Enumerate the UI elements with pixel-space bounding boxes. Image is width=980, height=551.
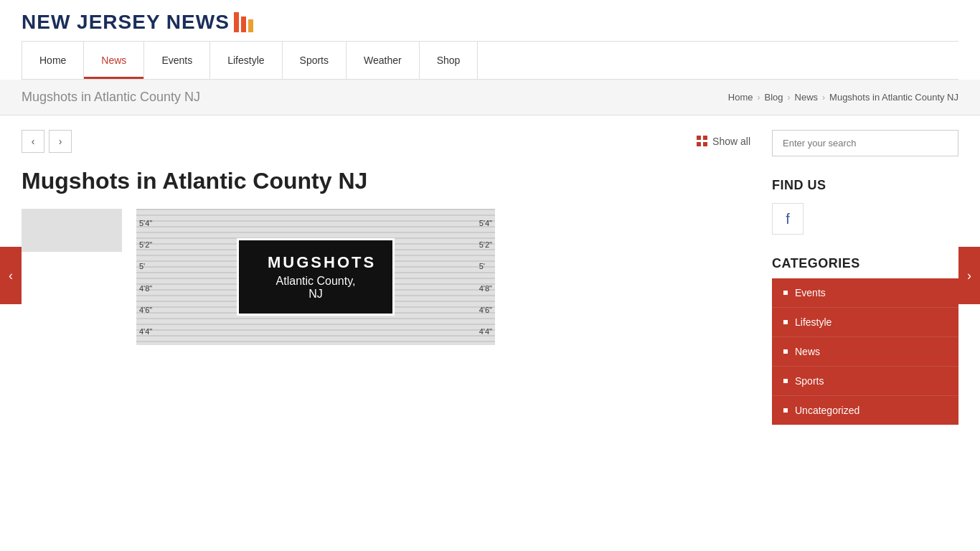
next-button[interactable]: › — [49, 130, 72, 153]
sidebar: FIND US f CATEGORIES Events Lifestyle Ne… — [772, 130, 958, 425]
mugshot-background: 5'4" 5'2" 5' 4'8" 4'6" 4'4" 5'4" 5'2" 5'… — [136, 209, 495, 345]
category-events[interactable]: Events — [772, 278, 958, 308]
site-logo[interactable]: NEW JERSEY NEWS — [22, 11, 958, 41]
nav-lifestyle[interactable]: Lifestyle — [210, 42, 282, 79]
breadcrumb-home[interactable]: Home — [728, 92, 753, 103]
nav-sports[interactable]: Sports — [283, 42, 347, 79]
bullet-icon — [783, 320, 788, 324]
logo-decoration — [234, 12, 253, 32]
breadcrumb-current: Mugshots in Atlantic County NJ — [829, 92, 958, 103]
mugshot-text-overlay: MUGSHOTS Atlantic County, NJ — [237, 238, 395, 316]
grid-icon — [697, 136, 708, 147]
bullet-icon — [783, 349, 788, 354]
bullet-icon — [783, 408, 788, 413]
category-sports[interactable]: Sports — [772, 367, 958, 396]
main-container: ‹ › Show all Mugshots in Atlantic County… — [0, 116, 980, 439]
prev-article-button[interactable]: ‹ — [0, 247, 22, 304]
breadcrumb-blog[interactable]: Blog — [765, 92, 783, 103]
logo-bar-3 — [248, 19, 253, 32]
category-label: Events — [795, 287, 826, 298]
page-title: Mugshots in Atlantic County NJ — [22, 90, 200, 105]
content-controls: ‹ › Show all — [22, 130, 750, 153]
nav-shop[interactable]: Shop — [420, 42, 479, 79]
category-label: Uncategorized — [795, 405, 859, 416]
mugshot-title: MUGSHOTS — [268, 253, 364, 272]
mugshot-image: 5'4" 5'2" 5' 4'8" 4'6" 4'4" 5'4" 5'2" 5'… — [136, 209, 495, 345]
height-labels-left: 5'4" 5'2" 5' 4'8" 4'6" 4'4" — [139, 209, 152, 345]
logo-bar-1 — [234, 12, 239, 32]
breadcrumb-sep-1: › — [758, 93, 760, 103]
article-content: ‹ › Show all Mugshots in Atlantic County… — [22, 130, 750, 425]
breadcrumb-sep-2: › — [788, 93, 791, 103]
height-labels-right: 5'4" 5'2" 5' 4'8" 4'6" 4'4" — [479, 209, 492, 345]
nav-news[interactable]: News — [84, 42, 144, 79]
breadcrumb: Home › Blog › News › Mugshots in Atlanti… — [728, 92, 958, 103]
breadcrumb-sep-3: › — [822, 93, 825, 103]
logo-bar-2 — [241, 17, 246, 32]
category-lifestyle[interactable]: Lifestyle — [772, 308, 958, 337]
breadcrumb-bar: Mugshots in Atlantic County NJ Home › Bl… — [0, 80, 980, 116]
site-header: NEW JERSEY NEWS Home News Events Lifesty… — [0, 0, 980, 80]
nav-events[interactable]: Events — [144, 42, 210, 79]
article-title: Mugshots in Atlantic County NJ — [22, 167, 750, 194]
mugshot-subtitle: Atlantic County, NJ — [268, 275, 364, 301]
categories-list: Events Lifestyle News Sports Uncategoriz… — [772, 278, 958, 425]
main-nav: Home News Events Lifestyle Sports Weathe… — [22, 41, 958, 80]
logo-text: NEW JERSEY NEWS — [22, 11, 230, 34]
category-label: News — [795, 346, 820, 357]
facebook-icon: f — [786, 211, 790, 227]
prev-button[interactable]: ‹ — [22, 130, 44, 153]
next-article-button[interactable]: › — [958, 247, 980, 304]
search-input[interactable] — [772, 130, 958, 156]
thumbnail-placeholder — [22, 209, 122, 252]
right-arrow-icon: › — [967, 268, 971, 283]
categories-title: CATEGORIES — [772, 256, 958, 271]
bullet-icon — [783, 379, 788, 383]
category-uncategorized[interactable]: Uncategorized — [772, 396, 958, 425]
show-all-label: Show all — [712, 136, 750, 147]
category-news[interactable]: News — [772, 337, 958, 367]
article-images: 5'4" 5'2" 5' 4'8" 4'6" 4'4" 5'4" 5'2" 5'… — [22, 209, 750, 345]
bullet-icon — [783, 291, 788, 295]
find-us-title: FIND US — [772, 178, 958, 193]
category-label: Sports — [795, 375, 824, 387]
nav-weather[interactable]: Weather — [347, 42, 420, 79]
category-label: Lifestyle — [795, 316, 831, 328]
breadcrumb-news[interactable]: News — [795, 92, 819, 103]
left-arrow-icon: ‹ — [9, 268, 13, 283]
pagination-arrows: ‹ › — [22, 130, 72, 153]
facebook-button[interactable]: f — [772, 203, 804, 235]
show-all-button[interactable]: Show all — [697, 136, 750, 147]
nav-home[interactable]: Home — [22, 42, 84, 79]
